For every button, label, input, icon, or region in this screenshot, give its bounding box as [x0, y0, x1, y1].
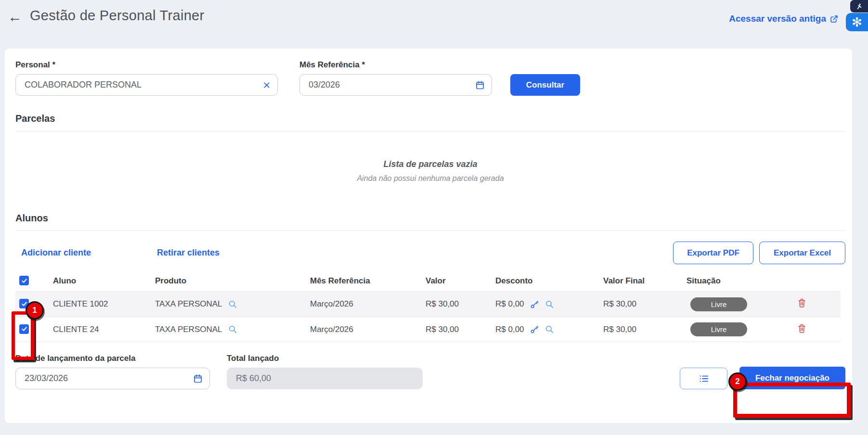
list-options-button[interactable] — [680, 368, 727, 389]
chatgpt-extension-icon[interactable]: ✻ — [846, 13, 868, 31]
select-all-checkbox[interactable] — [19, 276, 29, 285]
cell-valor-final: R$ 30,00 — [599, 299, 683, 309]
cell-aluno: CLIENTE 24 — [49, 325, 151, 334]
export-pdf-button[interactable]: Exportar PDF — [673, 242, 753, 264]
col-header-mes-referencia: Mês Referência — [306, 276, 422, 286]
total-launched-label: Total lançado — [227, 354, 423, 363]
delete-row-icon[interactable] — [797, 298, 806, 308]
cell-desconto: R$ 0,00 — [495, 325, 524, 334]
discount-key-icon[interactable] — [530, 300, 539, 309]
total-launched-input-box — [227, 368, 423, 389]
personal-input[interactable] — [16, 80, 277, 90]
old-version-link[interactable]: Acessar versão antiga — [729, 13, 838, 24]
cell-produto: TAXA PERSONAL — [155, 299, 222, 309]
month-reference-input[interactable] — [300, 80, 492, 90]
cell-valor: R$ 30,00 — [422, 325, 492, 334]
alunos-table: Aluno Produto Mês Referência Valor Desco… — [15, 271, 841, 342]
footer-row: Data de lançamento da parcela Total lanç… — [15, 354, 845, 389]
divider — [15, 131, 845, 131]
table-header-row: Aluno Produto Mês Referência Valor Desco… — [15, 271, 841, 291]
search-product-icon[interactable] — [228, 325, 237, 334]
col-header-valor: Valor — [422, 276, 492, 286]
table-row: CLIENTE 24 TAXA PERSONAL Março/2026 R$ 3… — [15, 317, 841, 342]
cell-mes-referencia: Março/2026 — [306, 299, 422, 309]
alunos-actions-row: Adicionar cliente Retirar clientes Expor… — [15, 242, 845, 264]
discount-key-icon[interactable] — [530, 325, 539, 334]
cell-produto: TAXA PERSONAL — [155, 325, 222, 334]
search-product-icon[interactable] — [228, 300, 237, 309]
external-link-icon — [830, 15, 838, 23]
filter-row: Personal * Mês Referência * — [15, 60, 845, 96]
status-badge: Livre — [690, 322, 747, 336]
add-client-link[interactable]: Adicionar cliente — [21, 248, 91, 258]
empty-state-title: Lista de parcelas vazia — [15, 159, 845, 169]
month-input-box — [299, 74, 492, 96]
main-card: Personal * Mês Referência * — [4, 48, 853, 423]
remove-clients-link[interactable]: Retirar clientes — [157, 248, 220, 258]
col-header-situacao: Situação — [683, 276, 793, 286]
col-header-produto: Produto — [151, 276, 306, 286]
personal-input-box — [15, 74, 278, 96]
cell-desconto: R$ 0,00 — [495, 299, 524, 309]
list-icon — [699, 374, 709, 384]
delete-row-icon[interactable] — [797, 323, 806, 333]
row-checkbox[interactable] — [19, 324, 29, 334]
chatgpt-logo-icon: ✻ — [852, 16, 862, 28]
old-version-label: Acessar versão antiga — [729, 13, 826, 24]
search-discount-icon[interactable] — [545, 325, 554, 334]
col-header-aluno: Aluno — [49, 276, 151, 286]
calendar-icon[interactable] — [193, 374, 203, 384]
col-header-valor-final: Valor Final — [599, 276, 683, 286]
alunos-heading: Alunos — [15, 213, 845, 224]
month-reference-label: Mês Referência * — [299, 60, 492, 70]
total-launched-input — [227, 373, 422, 384]
page-title: Gestão de Personal Trainer — [30, 8, 204, 24]
cell-aluno: CLIENTE 1002 — [49, 299, 151, 309]
parcelas-empty-state: Lista de parcelas vazia Ainda não possui… — [15, 159, 845, 183]
cell-valor-final: R$ 30,00 — [599, 325, 683, 334]
row-checkbox[interactable] — [19, 299, 29, 308]
personal-label: Personal * — [15, 60, 278, 70]
cell-mes-referencia: Março/2026 — [306, 325, 422, 334]
export-excel-button[interactable]: Exportar Excel — [759, 242, 845, 264]
back-arrow-icon[interactable]: ← — [8, 10, 22, 24]
parcelas-heading: Parcelas — [15, 113, 845, 124]
status-badge: Livre — [690, 297, 747, 311]
empty-state-subtitle: Ainda não possui nenhuma parcela gerada — [15, 174, 845, 183]
consult-button[interactable]: Consultar — [510, 74, 580, 96]
browser-extension-icon[interactable] — [850, 0, 868, 13]
cell-valor: R$ 30,00 — [422, 299, 492, 309]
table-row: CLIENTE 1002 TAXA PERSONAL Março/2026 R$… — [15, 291, 841, 317]
top-bar: ← Gestão de Personal Trainer Acessar ver… — [0, 0, 868, 48]
launch-date-label: Data de lançamento da parcela — [15, 354, 210, 363]
launch-date-input-box — [15, 368, 210, 389]
search-discount-icon[interactable] — [545, 300, 554, 309]
calendar-icon[interactable] — [475, 80, 485, 90]
divider — [15, 230, 845, 231]
clear-icon[interactable] — [263, 81, 271, 89]
close-negotiation-button[interactable]: Fechar negociação — [739, 367, 845, 389]
col-header-desconto: Desconto — [492, 276, 599, 286]
launch-date-input[interactable] — [16, 373, 209, 384]
